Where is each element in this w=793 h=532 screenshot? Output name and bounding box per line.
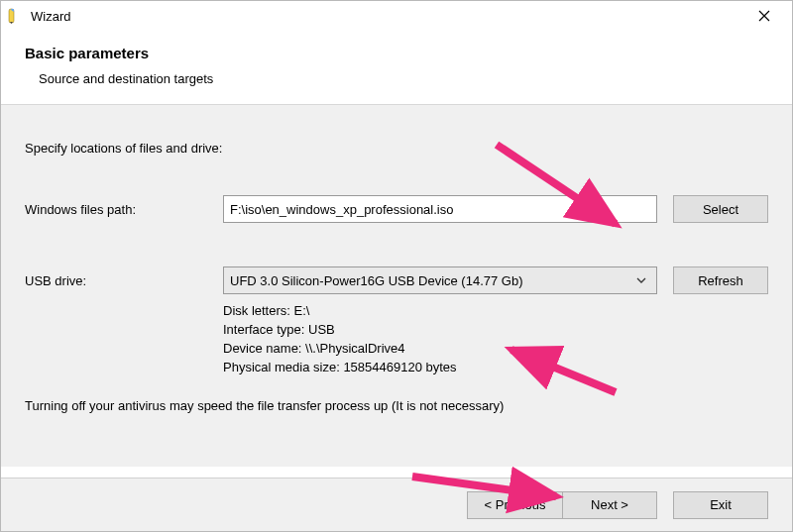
wizard-body: Specify locations of files and drive: Wi… <box>1 104 792 467</box>
wizard-footer: < Previous Next > Exit <box>1 478 792 531</box>
nav-button-group: < Previous Next > <box>467 491 657 519</box>
usb-drive-selected: UFD 3.0 Silicon-Power16G USB Device (14.… <box>230 273 632 288</box>
detail-media-size: Physical media size: 15854469120 bytes <box>223 359 768 377</box>
usb-drive-select[interactable]: UFD 3.0 Silicon-Power16G USB Device (14.… <box>223 266 657 294</box>
app-icon <box>7 8 23 24</box>
instruction-text: Specify locations of files and drive: <box>25 141 768 156</box>
close-icon <box>758 10 770 22</box>
exit-button[interactable]: Exit <box>673 491 768 519</box>
chevron-down-icon <box>632 277 650 283</box>
windows-path-input[interactable] <box>223 195 657 223</box>
detail-interface: Interface type: USB <box>223 321 768 340</box>
next-button[interactable]: Next > <box>562 491 657 519</box>
refresh-button[interactable]: Refresh <box>673 266 768 294</box>
select-button[interactable]: Select <box>673 195 768 223</box>
antivirus-hint: Turning off your antivirus may speed the… <box>25 398 768 413</box>
disk-letters-label: Disk letters: <box>223 303 294 318</box>
disk-letters-value: E:\ <box>294 303 310 318</box>
interface-label: Interface type: <box>223 322 308 337</box>
interface-value: USB <box>308 322 335 337</box>
windows-path-row: Windows files path: Select <box>25 195 768 223</box>
detail-disk-letters: Disk letters: E:\ <box>223 302 768 321</box>
page-heading: Basic parameters <box>25 45 768 61</box>
usb-details: Disk letters: E:\ Interface type: USB De… <box>223 302 768 376</box>
close-button[interactable] <box>744 3 784 29</box>
usb-drive-label: USB drive: <box>25 273 223 288</box>
window-title: Wizard <box>31 9 744 24</box>
windows-path-label: Windows files path: <box>25 202 223 217</box>
media-size-label: Physical media size: <box>223 360 343 374</box>
detail-device-name: Device name: \\.\PhysicalDrive4 <box>223 340 768 359</box>
page-subtitle: Source and destination targets <box>39 71 768 86</box>
usb-drive-row: USB drive: UFD 3.0 Silicon-Power16G USB … <box>25 266 768 294</box>
wizard-header: Basic parameters Source and destination … <box>1 31 792 104</box>
media-size-value: 15854469120 bytes <box>343 360 456 374</box>
device-name-value: \\.\PhysicalDrive4 <box>305 341 404 356</box>
titlebar: Wizard <box>1 1 792 31</box>
previous-button[interactable]: < Previous <box>467 491 562 519</box>
device-name-label: Device name: <box>223 341 305 356</box>
